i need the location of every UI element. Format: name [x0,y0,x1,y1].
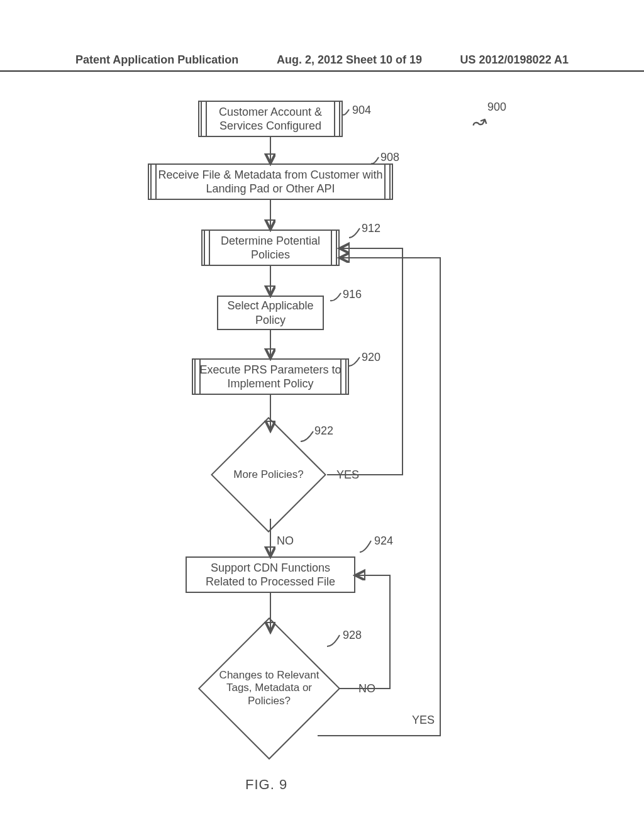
decision-928: Changes to Relevant Tags, Metadata or Po… [198,617,340,760]
label-922-no: NO [277,534,294,548]
ref-924: 924 [374,534,393,548]
ref-912: 912 [362,222,380,235]
ref-900: 900 [487,101,506,114]
box-916: Select Applicable Policy [217,296,324,330]
ref-904: 904 [352,104,371,117]
page-header: Patent Application Publication Aug. 2, 2… [0,53,644,72]
header-center: Aug. 2, 2012 Sheet 10 of 19 [277,53,422,67]
figure-caption: FIG. 9 [245,777,287,793]
box-912: Determine Potential Policies [201,230,340,266]
ref-908: 908 [380,151,399,164]
decision-922-text: More Policies? [218,468,319,481]
label-928-no: NO [358,682,375,695]
box-908: Receive File & Metadata from Customer wi… [148,163,393,200]
header-left: Patent Application Publication [75,53,238,67]
box-924-text: Support CDN Functions Related to Process… [191,561,350,589]
label-922-yes: YES [336,468,359,482]
flowchart-figure: 904 908 912 916 920 922 924 928 900 ↝ Cu… [0,82,644,805]
box-920: Execute PRS Parameters to Implement Poli… [192,358,349,395]
decision-928-text: Changes to Relevant Tags, Metadata or Po… [213,669,326,707]
box-904: Customer Account & Services Configured [198,101,343,137]
decision-922: More Policies? [211,417,326,533]
box-912-text: Determine Potential Policies [206,234,335,262]
header-right: US 2012/0198022 A1 [460,53,569,67]
box-904-text: Customer Account & Services Configured [203,105,338,133]
ref-922: 922 [314,424,333,438]
ref-928: 928 [343,629,362,642]
box-916-text: Select Applicable Policy [222,299,319,327]
ref-916: 916 [343,288,362,301]
label-928-yes: YES [412,714,435,727]
box-908-text: Receive File & Metadata from Customer wi… [153,168,388,196]
ref-920: 920 [362,351,380,364]
box-920-text: Execute PRS Parameters to Implement Poli… [197,363,344,391]
box-924: Support CDN Functions Related to Process… [186,556,355,593]
squiggle-icon: ↝ [469,110,489,135]
